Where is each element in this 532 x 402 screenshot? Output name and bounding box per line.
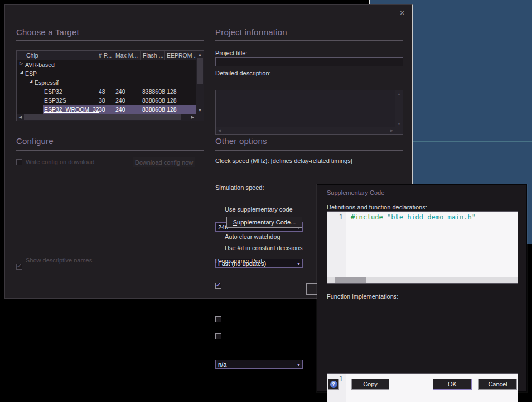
chip-maxmem: 240 <box>115 87 125 96</box>
other-options-separator <box>215 150 403 151</box>
tree-expander-icon[interactable]: ▷ <box>20 61 23 66</box>
tree-expander-icon[interactable]: ◢ <box>20 70 23 75</box>
ok-button-label: OK <box>448 381 457 387</box>
chip-name: Espressif <box>35 78 59 87</box>
help-icon: ? <box>330 381 337 388</box>
chevron-down-icon[interactable]: ▼ <box>297 261 301 265</box>
scroll-down-icon[interactable]: ▼ <box>196 107 204 114</box>
vertical-scroll-thumb[interactable] <box>197 58 203 84</box>
chip-name: ESP32 <box>44 87 62 96</box>
description-vertical-scrollbar[interactable]: ▲ ▼ <box>395 90 403 127</box>
table-row-espressif[interactable]: ◢ Espressif <box>17 78 196 87</box>
chip-flash: 8388608 <box>142 96 165 105</box>
write-config-checkbox[interactable] <box>16 159 22 165</box>
supplementary-code-dialog: Supplementary Code Definitions and funct… <box>317 184 527 392</box>
chip-maxmem: 240 <box>115 105 125 114</box>
screen: × Choose a Target Chip # P... Max M... F… <box>0 0 532 402</box>
scroll-up-icon[interactable]: ▲ <box>196 51 204 58</box>
use-if-label: Use #if in constant decisions <box>225 245 302 251</box>
code-string: "ble_hidd_demo_main.h" <box>387 213 476 221</box>
scrollbar-corner <box>395 127 403 134</box>
supplementary-dialog-title: Supplementary Code <box>327 189 384 196</box>
table-vertical-scrollbar[interactable]: ▲ ▼ <box>196 51 204 114</box>
other-options-heading: Other options <box>215 136 267 146</box>
scroll-up-icon[interactable]: ▲ <box>395 90 403 98</box>
write-config-label: Write config on download <box>26 159 94 165</box>
download-config-button[interactable]: Download config now <box>133 157 195 168</box>
table-horizontal-scrollbar[interactable]: ◀ ▶ <box>17 114 196 121</box>
table-row-avr[interactable]: ▷ AVR-based <box>17 60 196 69</box>
copy-button-label: Copy <box>363 381 378 387</box>
chip-name: ESP32S <box>44 96 66 105</box>
supplementary-code-button[interactable]: Supplementary Code... <box>226 217 302 228</box>
implementations-label: Function implementations: <box>327 293 398 300</box>
check-icon: ✓ <box>216 281 221 289</box>
scroll-left-icon[interactable]: ◀ <box>17 114 24 121</box>
scrollbar-corner <box>196 114 204 121</box>
close-icon[interactable]: × <box>395 7 409 18</box>
table-row-esp[interactable]: ◢ ESP <box>17 69 196 78</box>
chip-eeprom: 128 <box>167 87 177 96</box>
programmer-port-value: n/a <box>218 361 226 368</box>
column-header-maxmem[interactable]: Max M... <box>113 51 141 60</box>
show-descriptive-label: Show descriptive names <box>26 257 92 264</box>
code-directive: #include <box>351 213 383 221</box>
use-supplementary-checkbox[interactable]: ✓ <box>215 283 221 289</box>
supplementary-code-button-label: Supplementary Code... <box>233 219 296 226</box>
detailed-description-textarea[interactable]: ▲ ▼ ◀ ▶ <box>215 90 403 135</box>
code-line: #include "ble_hidd_demo_main.h" <box>351 213 476 221</box>
detailed-description-label: Detailed description: <box>215 70 271 76</box>
table-row-esp32[interactable]: ESP32 48 240 8388608 128 <box>17 87 196 96</box>
column-header-flash[interactable]: Flash ... <box>141 51 165 60</box>
use-if-checkbox[interactable] <box>215 333 221 339</box>
column-header-eeprom[interactable]: EEPROM ... <box>165 51 196 60</box>
chip-pins: 38 <box>99 96 105 105</box>
chip-pins: 38 <box>99 105 105 114</box>
chip-maxmem: 240 <box>115 96 125 105</box>
chip-pins: 48 <box>99 87 105 96</box>
help-button[interactable]: ? <box>328 379 339 390</box>
scroll-right-icon[interactable]: ▶ <box>388 127 395 135</box>
check-icon: ✓ <box>17 262 22 270</box>
chip-flash: 8388608 <box>142 87 165 96</box>
ok-button[interactable]: OK <box>433 379 472 390</box>
programmer-port-select[interactable]: n/a ▼ <box>215 360 303 369</box>
project-info-separator <box>215 40 403 41</box>
chip-flash: 8388608 <box>142 105 165 114</box>
scroll-right-icon[interactable]: ▶ <box>189 114 196 121</box>
tree-expander-icon[interactable]: ◢ <box>29 79 32 84</box>
editor-horizontal-scrollbar[interactable] <box>327 277 518 283</box>
cancel-button[interactable]: Cancel <box>478 379 517 390</box>
programmer-port-label: Programmer Port: <box>215 257 264 264</box>
scroll-down-icon[interactable]: ▼ <box>395 120 403 127</box>
chip-table: Chip # P... Max M... Flash ... EEPROM ..… <box>16 50 204 121</box>
project-title-input[interactable] <box>215 57 403 66</box>
definitions-label: Definitions and function declarations: <box>327 204 427 210</box>
auto-clear-watchdog-label: Auto clear watchdog <box>225 233 280 240</box>
chip-name: ESP32_WROOM_32 <box>44 105 99 114</box>
project-info-heading: Project information <box>215 27 287 37</box>
chip-eeprom: 128 <box>167 105 177 114</box>
horizontal-scroll-thumb[interactable] <box>335 277 366 283</box>
use-supplementary-label: Use supplementary code <box>225 206 293 213</box>
chip-name: AVR-based <box>25 60 55 69</box>
table-row-esp32-wroom-32-selected[interactable]: ESP32_WROOM_32 38 240 8388608 128 <box>17 105 196 114</box>
line-number-gutter: 1 <box>327 212 346 277</box>
scroll-left-icon[interactable]: ◀ <box>216 127 223 135</box>
column-header-pins[interactable]: # P... <box>96 51 113 60</box>
chevron-down-icon[interactable]: ▼ <box>297 362 301 366</box>
definitions-code-editor[interactable]: 1 #include "ble_hidd_demo_main.h" <box>327 211 518 284</box>
configure-separator <box>16 150 204 151</box>
copy-button[interactable]: Copy <box>351 379 389 390</box>
choose-target-separator <box>16 40 204 41</box>
description-horizontal-scrollbar[interactable]: ◀ ▶ <box>216 127 395 134</box>
auto-clear-watchdog-checkbox[interactable] <box>215 316 221 322</box>
download-config-label: Download config now <box>135 159 194 166</box>
chip-name: ESP <box>25 69 37 78</box>
configure-heading: Configure <box>16 136 54 146</box>
column-header-chip[interactable]: Chip <box>17 51 96 60</box>
clock-speed-label: Clock speed (MHz): [defines delay-relate… <box>215 157 352 164</box>
table-row-esp32s[interactable]: ESP32S 38 240 8388608 128 <box>17 96 196 105</box>
horizontal-scroll-thumb[interactable] <box>24 114 181 120</box>
cancel-button-label: Cancel <box>488 381 507 387</box>
